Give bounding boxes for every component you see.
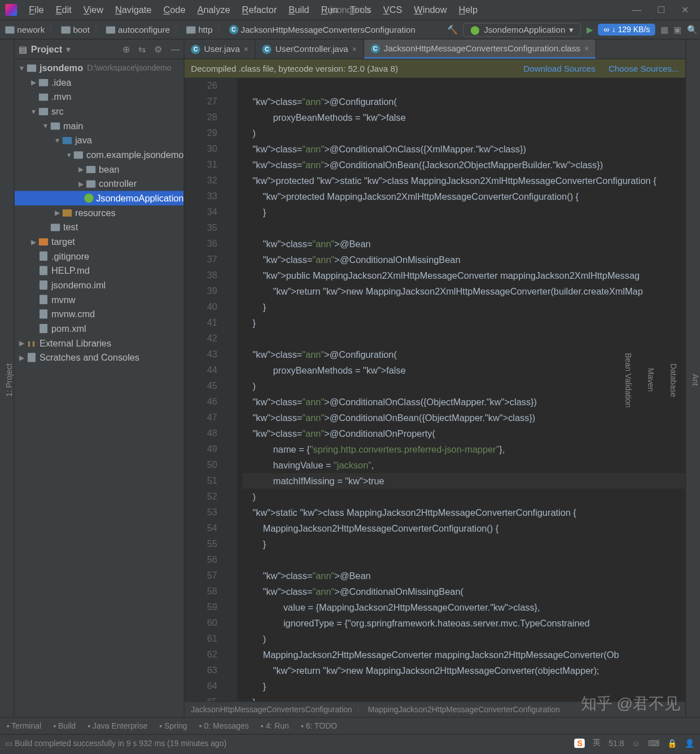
menu-navigate[interactable]: Navigate	[110, 2, 157, 17]
download-sources-link[interactable]: Download Sources	[523, 64, 595, 73]
tree-item[interactable]: ▼src	[15, 104, 184, 119]
tree-item[interactable]: ▶resources	[15, 205, 184, 220]
minimize-button[interactable]: —	[632, 5, 641, 15]
breadcrumb-segment[interactable]: autoconfigure	[103, 23, 172, 36]
right-tool-strip: Ant Database Maven Bean Validation	[685, 40, 700, 717]
spring-icon: ⬤	[470, 25, 480, 34]
status-icon-1[interactable]: ☺	[632, 738, 640, 747]
choose-sources-link[interactable]: Choose Sources...	[609, 64, 679, 73]
project-tree-panel: ▤ Project ▾ ⊕ ⇆ ⚙ — ▼jsondemoD:\workspac…	[15, 40, 185, 717]
left-tool-strip: 1: Project 2: Favorites Web 7: Structure	[0, 40, 15, 717]
status-cursor: 51:8	[609, 738, 624, 747]
tree-item[interactable]: ▶Scratches and Consoles	[15, 350, 184, 365]
close-button[interactable]: ✕	[681, 5, 689, 15]
menu-edit[interactable]: Edit	[50, 2, 77, 17]
panel-icon: ▤	[19, 44, 27, 55]
status-bar: ▭ Build completed successfully in 9 s 93…	[0, 734, 700, 751]
tree-item[interactable]: ▶target	[15, 234, 184, 249]
gear-icon[interactable]: ⚙	[154, 44, 163, 55]
bottom-tab[interactable]: ▪ Spring	[159, 721, 187, 730]
editor-tab[interactable]: CUser.java ×	[185, 40, 256, 59]
breadcrumb-segment[interactable]: http	[183, 23, 215, 36]
build-icon[interactable]: 🔨	[447, 25, 458, 34]
breadcrumb[interactable]: nework〉boot〉autoconfigure〉http〉CJacksonH…	[3, 23, 418, 36]
breadcrumb-segment[interactable]: CJacksonHttpMessageConvertersConfigurati…	[226, 23, 418, 36]
intellij-logo-icon	[5, 4, 17, 16]
bottom-tool-tabs: ▪ Terminal▪ Build▪ Java Enterprise▪ Spri…	[0, 717, 700, 734]
run-config-selector[interactable]: ⬤ JsondemoApplication ▾	[463, 23, 581, 36]
run-button[interactable]: ▶	[587, 25, 593, 34]
tree-item[interactable]: .gitignore	[15, 249, 184, 264]
tree-item[interactable]: ▶.idea	[15, 75, 184, 90]
tree-item[interactable]: ▼java	[15, 133, 184, 148]
gutter: 2627282930313233343536373839404142434445…	[185, 78, 237, 702]
tree-item[interactable]: ▶⫾⫾External Libraries	[15, 336, 184, 350]
editor-tab[interactable]: CJacksonHttpMessageConvertersConfigurati…	[364, 40, 596, 59]
menu-analyze[interactable]: Analyze	[192, 2, 235, 17]
sogou-icon: S	[575, 738, 585, 747]
menu-view[interactable]: View	[78, 2, 108, 17]
maximize-button[interactable]: ☐	[657, 5, 666, 15]
run-config-label: JsondemoApplication	[484, 25, 565, 34]
ime-indicator[interactable]: 英	[593, 737, 601, 748]
tree-item[interactable]: mvnw.cmd	[15, 307, 184, 322]
menu-window[interactable]: Window	[409, 2, 452, 17]
bottom-tab[interactable]: ▪ Terminal	[7, 721, 41, 730]
toolbar-icon-1[interactable]: ▦	[660, 25, 668, 34]
tree-item[interactable]: JsondemoApplication	[15, 191, 184, 205]
status-icon: ▭	[5, 738, 12, 747]
menu-help[interactable]: Help	[453, 2, 483, 17]
editor-area: CUser.java ×CUserController.java ×CJacks…	[185, 40, 686, 717]
editor-tab[interactable]: CUserController.java ×	[256, 40, 364, 59]
tree-root[interactable]: ▼jsondemoD:\workspace\jsondemo	[15, 60, 184, 75]
chevron-down-icon: ▾	[569, 25, 574, 34]
menu-code[interactable]: Code	[158, 2, 191, 17]
main-menu: FileEditViewNavigateCodeAnalyzeRefactorB…	[24, 2, 483, 17]
tree-item[interactable]: ▼main	[15, 119, 184, 133]
bottom-tab[interactable]: ▪ Build	[53, 721, 76, 730]
menu-file[interactable]: File	[24, 2, 49, 17]
status-icon-2[interactable]: ⌨	[648, 738, 659, 747]
bottom-tab[interactable]: ▪ 0: Messages	[199, 721, 249, 730]
editor-tabs: CUser.java ×CUserController.java ×CJacks…	[185, 40, 686, 59]
tree-item[interactable]: pom.xml	[15, 321, 184, 336]
close-tab-icon[interactable]: ×	[244, 45, 248, 54]
decompiled-banner: Decompiled .class file, bytecode version…	[185, 59, 686, 78]
tree-item[interactable]: HELP.md	[15, 264, 184, 278]
breadcrumb-segment[interactable]: boot	[59, 23, 93, 36]
tree-item[interactable]: test	[15, 220, 184, 235]
network-speed-badge: ∞ ↓ 129 KB/s	[598, 24, 655, 36]
tool-project[interactable]: 1: Project	[5, 363, 14, 397]
editor-breadcrumb[interactable]: JacksonHttpMessageConvertersConfiguratio…	[185, 701, 686, 717]
target-icon[interactable]: ⊕	[123, 44, 130, 55]
menu-refactor[interactable]: Refactor	[237, 2, 282, 17]
menu-build[interactable]: Build	[283, 2, 314, 17]
code-editor[interactable]: 2627282930313233343536373839404142434445…	[185, 78, 686, 702]
expand-icon[interactable]: ⇆	[138, 44, 146, 55]
chevron-down-icon[interactable]: ▾	[66, 44, 71, 55]
tree-item[interactable]: ▶controller	[15, 177, 184, 191]
bottom-tab[interactable]: ▪ 4: Run	[261, 721, 289, 730]
close-tab-icon[interactable]: ×	[584, 44, 589, 53]
tree-item[interactable]: ▶bean	[15, 162, 184, 177]
bottom-tab[interactable]: ▪ Java Enterprise	[88, 721, 147, 730]
collapse-icon[interactable]: —	[170, 44, 180, 55]
toolbar-icon-2[interactable]: ▣	[673, 25, 681, 34]
status-message: Build completed successfully in 9 s 932 …	[15, 738, 226, 747]
bottom-tab[interactable]: ▪ 6: TODO	[301, 721, 337, 730]
code-text[interactable]: "kw">class="ann">@Configuration( proxyBe…	[237, 78, 685, 702]
status-icon-4[interactable]: 👤	[685, 738, 694, 747]
search-icon[interactable]: 🔍	[687, 25, 698, 34]
tree-item[interactable]: mvnw	[15, 292, 184, 307]
breadcrumb-segment[interactable]: nework	[3, 23, 47, 36]
tree-item[interactable]: jsondemo.iml	[15, 278, 184, 292]
cloud-icon: ∞	[603, 25, 609, 34]
menu-vcs[interactable]: VCS	[378, 2, 407, 17]
tree-item[interactable]: ▼com.example.jsondemo	[15, 147, 184, 162]
close-tab-icon[interactable]: ×	[352, 45, 357, 54]
navigation-bar: nework〉boot〉autoconfigure〉http〉CJacksonH…	[0, 20, 700, 40]
tree-item[interactable]: .mvn	[15, 90, 184, 104]
tool-ant[interactable]: Ant	[691, 374, 700, 386]
status-icon-3[interactable]: 🔒	[667, 738, 677, 747]
panel-title: Project	[31, 44, 62, 55]
